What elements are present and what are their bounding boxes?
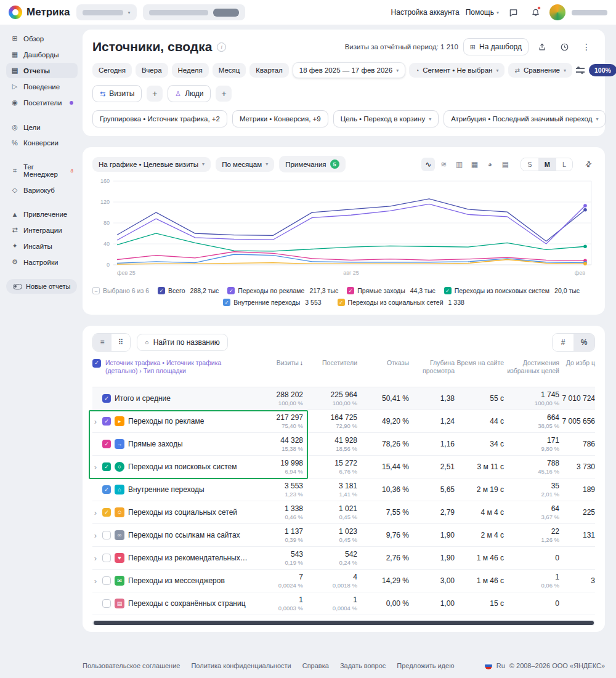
expand-chevron-icon[interactable]: › xyxy=(92,417,99,426)
legend-checkbox[interactable]: ✓ xyxy=(158,287,165,294)
chat-icon[interactable] xyxy=(505,4,521,20)
table-row[interactable]: ✓→Прямые заходы44 32815,38 %41 92818,56 … xyxy=(92,433,595,456)
grid-view-icon[interactable]: ⠿ xyxy=(111,334,130,351)
footer-link-3[interactable]: Задать вопрос xyxy=(340,662,386,669)
row-checkbox[interactable] xyxy=(102,531,111,539)
sidebar-item-acquisition[interactable]: ▲Привлечение xyxy=(6,207,78,222)
row-checkbox[interactable]: ✓ xyxy=(102,462,111,471)
legend-item-4[interactable]: ✓Внутренние переходы3 553 xyxy=(223,299,321,306)
sidebar-item-behavior[interactable]: ▷Поведение xyxy=(6,79,78,94)
counter-selector[interactable]: ▾ xyxy=(76,4,137,20)
chart-series-Переходы из поисковых систем[interactable] xyxy=(117,233,585,251)
list-view-icon[interactable]: ≡ xyxy=(93,334,111,351)
column-header-2[interactable]: Посетители xyxy=(304,359,359,367)
footer-link-2[interactable]: Справка xyxy=(302,662,329,669)
table-row[interactable]: ✓⌂Внутренние переходы3 5531,23 %3 1811,4… xyxy=(92,478,595,501)
avatar[interactable] xyxy=(549,4,565,20)
kebab-menu-button[interactable]: ⋮ xyxy=(578,39,595,55)
legend-item-3[interactable]: ✓Переходы из поисковых систем20,0 тыс xyxy=(444,287,580,294)
pie-chart-icon[interactable]: ◕ xyxy=(483,158,496,171)
row-checkbox[interactable]: ✓ xyxy=(102,394,111,403)
legend-checkbox[interactable]: ✓ xyxy=(223,299,230,306)
notifications-bell-icon[interactable] xyxy=(527,4,543,20)
account-settings-link[interactable]: Настройка аккаунта xyxy=(391,8,460,17)
help-menu[interactable]: Помощь▾ xyxy=(466,8,499,17)
date-tab-4[interactable]: Квартал xyxy=(249,63,288,78)
legend-item-2[interactable]: ✓Прямые заходы44,3 тыс xyxy=(347,287,436,294)
expand-chevron-icon[interactable]: › xyxy=(92,576,99,586)
sidebar-item-overview[interactable]: ⊞Обзор xyxy=(6,31,78,46)
legend-item-5[interactable]: ✓Переходы из социальных сетей1 338 xyxy=(338,299,464,306)
expand-chevron-icon[interactable]: › xyxy=(92,531,99,540)
row-checkbox[interactable]: ✓ xyxy=(102,417,111,426)
sidebar-item-dashboards[interactable]: ▦Дашборды xyxy=(6,47,78,62)
metric-chip-1[interactable]: ♙Люди xyxy=(168,85,211,102)
table-row[interactable]: ›♥Переходы из рекомендательных сист…5430… xyxy=(92,547,595,570)
notes-button[interactable]: Примечания 5 xyxy=(279,156,345,172)
setting-chip-0[interactable]: Группировка • Источник трафика, +2 xyxy=(92,110,227,127)
column-header-1[interactable]: Визиты↓ xyxy=(249,359,304,367)
language-selector[interactable]: Ru xyxy=(496,662,505,669)
add-metric-button[interactable]: + xyxy=(216,86,232,102)
new-reports-toggle[interactable]: Новые отчеты xyxy=(6,279,77,294)
row-checkbox[interactable] xyxy=(102,554,111,562)
select-all-checkbox[interactable]: – xyxy=(92,287,100,294)
metric-chip-0[interactable]: ⇆Визиты xyxy=(92,85,142,102)
chart-series-Переходы по рекламе[interactable] xyxy=(117,204,585,244)
chart-size-M[interactable]: M xyxy=(538,158,556,171)
horizontal-scrollbar-track[interactable] xyxy=(92,620,595,626)
legend-checkbox[interactable]: ✓ xyxy=(347,287,354,294)
table-row[interactable]: ▤Переходы с сохранённых страниц10,0003 %… xyxy=(92,592,595,615)
sampling-control[interactable]: 100% xyxy=(576,64,616,76)
sidebar-item-settings[interactable]: ⚙Настройки xyxy=(6,254,78,270)
column-header-0[interactable]: ✓Источник трафика • Источник трафика (де… xyxy=(92,359,249,375)
legend-checkbox[interactable]: ✓ xyxy=(444,287,452,294)
date-tab-0[interactable]: Сегодня xyxy=(92,63,132,78)
sidebar-item-integrations[interactable]: ⇄Интеграции xyxy=(6,222,78,238)
legend-checkbox[interactable]: ✓ xyxy=(227,287,235,294)
column-header-4[interactable]: Глубина просмотра xyxy=(410,359,456,375)
columns-chart-icon[interactable]: ▤ xyxy=(498,158,512,171)
legend-checkbox[interactable]: ✓ xyxy=(338,299,345,306)
setting-chip-3[interactable]: Атрибуция • Последний значимый переход▾ xyxy=(444,110,606,127)
sidebar-item-variocube[interactable]: ◇Вариокуб xyxy=(6,182,78,198)
table-row[interactable]: ›✉Переходы из мессенджеров70,0024 %40,00… xyxy=(92,570,595,592)
date-tab-1[interactable]: Вчера xyxy=(136,63,168,78)
column-header-7[interactable]: До избр ц xyxy=(561,359,596,367)
sidebar-item-conversions[interactable]: %Конверсии xyxy=(6,135,78,150)
stacked-bar-chart-icon[interactable]: ▦ xyxy=(468,158,481,171)
info-icon[interactable]: i xyxy=(217,42,226,52)
footer-link-1[interactable]: Политика конфиденциальности xyxy=(191,662,291,669)
table-row[interactable]: ›✓☺Переходы из социальных сетей1 3380,46… xyxy=(92,501,595,524)
metrica-logo[interactable]: Метрика xyxy=(9,6,70,19)
date-tab-3[interactable]: Месяц xyxy=(213,63,246,78)
line-chart-icon[interactable]: ∿ xyxy=(421,158,435,171)
share-button[interactable] xyxy=(533,39,551,55)
setting-chip-1[interactable]: Метрики • Конверсия, +9 xyxy=(232,110,328,127)
table-row[interactable]: ✓Итого и средние288 202100,00 %225 96410… xyxy=(92,387,595,410)
table-row[interactable]: ›∞Переходы по ссылкам на сайтах1 1370,39… xyxy=(92,524,595,547)
bar-chart-icon[interactable]: ▥ xyxy=(452,158,466,171)
traffic-line-chart[interactable]: 04080120160фев 25авг 25фев xyxy=(92,177,596,281)
horizontal-scrollbar-thumb[interactable] xyxy=(94,621,594,625)
column-header-6[interactable]: Достижения избранных целей xyxy=(505,359,561,375)
history-clock-button[interactable] xyxy=(556,39,573,55)
expand-chevron-icon[interactable]: › xyxy=(92,462,99,472)
row-checkbox[interactable]: ✓ xyxy=(102,485,111,494)
sidebar-item-insights[interactable]: ✦Инсайты xyxy=(6,238,78,254)
search-by-name-button[interactable]: ○ Найти по названию xyxy=(137,334,228,351)
on-chart-selector[interactable]: На графике • Целевые визиты ▾ xyxy=(92,157,211,172)
comparison-selector[interactable]: ⇄ Сравнение ▾ xyxy=(508,63,572,78)
sidebar-item-visitors[interactable]: ◉Посетители xyxy=(6,95,78,110)
table-row[interactable]: ›✓○Переходы из поисковых систем19 9986,9… xyxy=(92,456,595,478)
granularity-selector[interactable]: По месяцам ▾ xyxy=(216,157,274,172)
legend-item-0[interactable]: ✓Всего288,2 тыс xyxy=(158,287,219,294)
counter-info-pill[interactable] xyxy=(143,4,245,20)
column-header-3[interactable]: Отказы xyxy=(359,359,410,367)
to-dashboard-button[interactable]: ⊞ На дашборд xyxy=(463,38,529,55)
segment-selector[interactable]: ◔ Сегмент • Не выбран ▾ xyxy=(409,63,505,78)
footer-link-4[interactable]: Предложить идею xyxy=(397,662,454,669)
add-metric-button[interactable]: + xyxy=(147,86,163,102)
chart-size-L[interactable]: L xyxy=(556,158,572,171)
table-row[interactable]: ›✓▸Переходы по рекламе217 29775,40 %164 … xyxy=(92,410,595,433)
